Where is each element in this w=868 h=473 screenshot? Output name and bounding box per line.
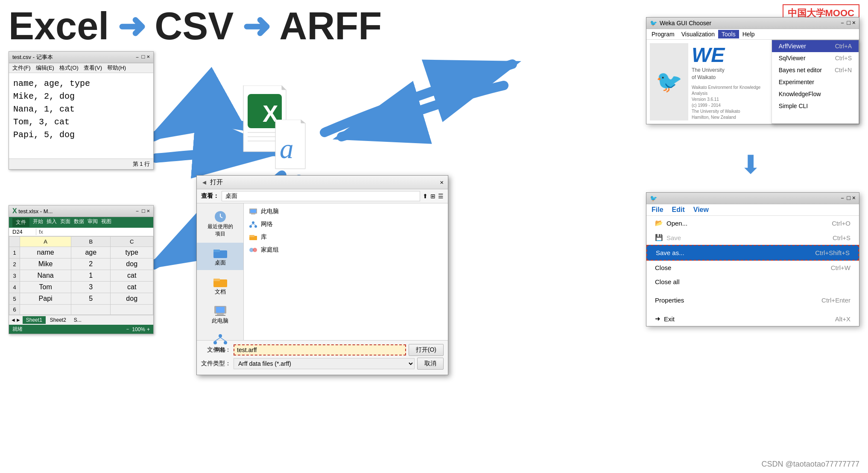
excel-sheet3[interactable]: S... <box>70 316 85 324</box>
arff-menu-file[interactable]: File <box>648 205 667 214</box>
excel-zoom-out[interactable]: － <box>125 326 130 333</box>
weka-menu-help[interactable]: Help <box>739 30 758 38</box>
excel-cell[interactable] <box>111 305 153 315</box>
excel-cell[interactable]: age <box>71 247 111 259</box>
arff-menu-saveas[interactable]: Save as... Ctrl+Shift+S <box>646 245 859 261</box>
weka-menu-bayesnet[interactable]: Bayes net editor Ctrl+N <box>772 64 859 76</box>
weka-menu-arffviewer[interactable]: ArffViewer Ctrl+A <box>772 40 859 52</box>
notepad-menu-view[interactable]: 查看(V) <box>84 64 102 72</box>
excel-sheet1[interactable]: Sheet1 <box>23 316 46 324</box>
excel-minimize[interactable]: － <box>134 208 140 214</box>
excel-cell[interactable]: 1 <box>71 270 111 282</box>
dialog-nav-thispc[interactable]: 此电脑 <box>246 206 445 217</box>
excel-zoom-level: 100% <box>132 326 145 332</box>
dialog-main: 此电脑 网络 库 <box>244 203 448 340</box>
table-row: 2 Mike 2 dog <box>9 259 153 270</box>
excel-cell[interactable]: Tom <box>20 282 71 293</box>
weka-menu-experimenter[interactable]: Experimenter <box>772 76 859 88</box>
arff-menu-exit[interactable]: ➜ Exit Alt+X <box>646 311 859 326</box>
sidebar-thispc-label: 此电脑 <box>212 317 228 325</box>
arff-menu-edit[interactable]: Edit <box>669 205 688 214</box>
notepad-window: test.csv - 记事本 － □ × 文件(F) 编辑(E) 格式(O) 查… <box>9 51 154 170</box>
excel-cell[interactable]: Nana <box>20 270 71 282</box>
sidebar-thispc[interactable]: 此电脑 <box>197 301 243 328</box>
arff-close[interactable]: × <box>852 194 856 201</box>
excel-win-controls: － □ × <box>134 207 150 215</box>
sidebar-documents[interactable]: 文档 <box>197 272 243 299</box>
notepad-menu-format[interactable]: 格式(O) <box>59 64 79 72</box>
excel-close[interactable]: × <box>146 208 150 214</box>
svg-line-26 <box>215 338 220 341</box>
excel-cell[interactable]: cat <box>111 270 153 282</box>
notepad-restore[interactable]: □ <box>142 53 145 61</box>
dialog-toolbar-icons[interactable]: ⊞ <box>430 193 435 200</box>
excel-zoom-in[interactable]: + <box>147 326 150 332</box>
arff-menu-close[interactable]: Close Ctrl+W <box>646 261 859 275</box>
notepad-menu-edit[interactable]: 编辑(E) <box>36 64 54 72</box>
dialog-location-dropdown[interactable]: 桌面 <box>222 191 420 201</box>
weka-close[interactable]: × <box>852 19 856 26</box>
notepad-minimize[interactable]: － <box>134 53 140 61</box>
dialog-close[interactable]: × <box>440 179 444 186</box>
arff-menu-open[interactable]: 📂 Open... Ctrl+O <box>646 216 859 230</box>
excel-cell-ref[interactable]: D24 <box>11 229 36 235</box>
excel-tab-review[interactable]: 审阅 <box>88 218 98 227</box>
weka-app-icon: 🐦 <box>650 20 657 26</box>
arff-menu-save[interactable]: 💾 Save Ctrl+S <box>646 230 859 245</box>
notepad-menu-help[interactable]: 帮助(H) <box>107 64 126 72</box>
excel-tab-layout[interactable]: 页面 <box>60 218 70 227</box>
notepad-close[interactable]: × <box>146 53 150 61</box>
excel-restore[interactable]: □ <box>142 208 145 214</box>
notepad-menu-file[interactable]: 文件(F) <box>12 64 31 72</box>
sidebar-desktop[interactable]: 桌面 <box>197 243 243 270</box>
dialog-nav-network[interactable]: 网络 <box>246 219 445 230</box>
arff-menu-properties[interactable]: Properties Ctrl+Enter <box>646 293 859 307</box>
excel-tab-insert[interactable]: 插入 <box>47 218 57 227</box>
weka-restore[interactable]: □ <box>847 19 850 26</box>
excel-cell[interactable]: 3 <box>71 282 111 293</box>
weka-menu-program[interactable]: Program <box>648 30 678 38</box>
weka-menu-visualization[interactable]: Visualization <box>678 30 718 38</box>
arff-menu-view[interactable]: View <box>690 205 712 214</box>
weka-body: 🐦 WE The University of Waikato Waikato E… <box>646 40 859 124</box>
weka-minimize[interactable]: － <box>839 19 845 26</box>
dialog-nav-homegroup[interactable]: 家庭组 <box>246 244 445 256</box>
excel-tab-file[interactable]: 文件 <box>12 218 29 227</box>
excel-cell[interactable]: name <box>20 247 71 259</box>
dialog-filetype-select[interactable]: Arff data files (*.arff) <box>234 358 415 369</box>
excel-cell[interactable]: dog <box>111 293 153 305</box>
weka-menu-tools[interactable]: Tools <box>718 30 739 38</box>
arff-menu-closeall[interactable]: Close all <box>646 275 859 289</box>
svg-rect-16 <box>213 250 220 252</box>
excel-tab-data[interactable]: 数据 <box>74 218 84 227</box>
excel-tab-view[interactable]: 视图 <box>101 218 111 227</box>
excel-cell[interactable]: 5 <box>71 293 111 305</box>
excel-cell[interactable] <box>20 305 71 315</box>
arff-minimize[interactable]: － <box>839 194 845 201</box>
excel-cell[interactable] <box>71 305 111 315</box>
excel-cell[interactable]: cat <box>111 282 153 293</box>
dialog-toolbar-back[interactable]: ⬆ <box>423 193 428 200</box>
weka-menu-knowledgeflow[interactable]: KnowledgeFlow <box>772 88 859 100</box>
dialog-filename-input[interactable] <box>234 344 406 355</box>
svg-point-39 <box>253 248 257 252</box>
excel-sheet2[interactable]: Sheet2 <box>47 316 70 324</box>
excel-sheet-nav[interactable]: ◄► <box>11 317 21 323</box>
arrow-right-icon: ➜ <box>655 315 660 323</box>
excel-tab-start[interactable]: 开始 <box>33 218 43 227</box>
dialog-cancel-button[interactable]: 取消 <box>417 358 444 370</box>
folder-icon <box>213 275 228 288</box>
weka-menu-simplecli[interactable]: Simple CLI <box>772 100 859 112</box>
sidebar-recent[interactable]: 最近使用的项目 <box>197 207 243 241</box>
dialog-nav-library[interactable]: 库 <box>246 232 445 243</box>
excel-cell[interactable]: type <box>111 247 153 259</box>
weka-menu-sqlviewer[interactable]: SqlViewer Ctrl+S <box>772 52 859 64</box>
library-icon <box>249 234 257 241</box>
excel-cell[interactable]: dog <box>111 259 153 270</box>
excel-cell[interactable]: 2 <box>71 259 111 270</box>
arff-restore[interactable]: □ <box>847 194 850 201</box>
excel-cell[interactable]: Mike <box>20 259 71 270</box>
dialog-open-button[interactable]: 打开(O) <box>409 344 444 356</box>
dialog-toolbar-list[interactable]: ☰ <box>438 193 444 200</box>
excel-cell[interactable]: Papi <box>20 293 71 305</box>
